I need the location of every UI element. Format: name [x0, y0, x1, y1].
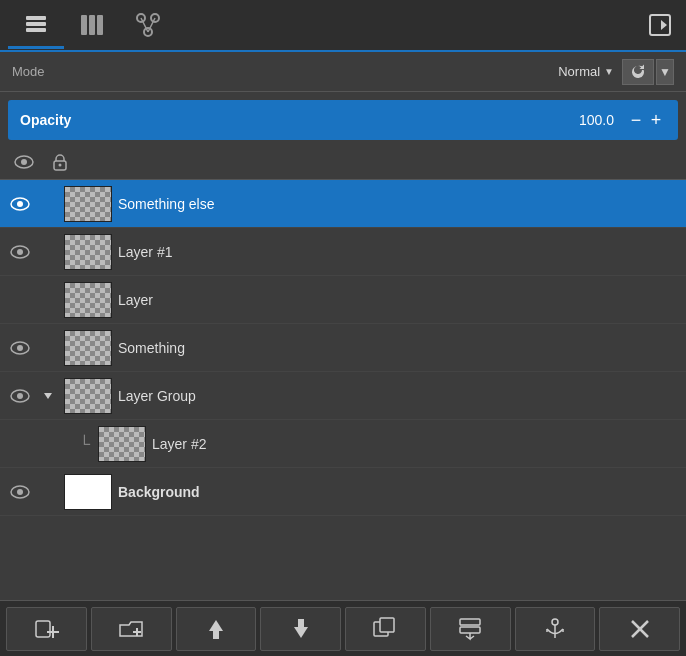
- layer-eye-something[interactable]: [8, 341, 32, 355]
- tab-paths[interactable]: [120, 1, 176, 49]
- layer-item-background[interactable]: Background: [0, 468, 686, 516]
- layer-name-layer: Layer: [118, 292, 678, 308]
- layers-list: Something else Layer #1 Layer: [0, 180, 686, 600]
- refresh-button[interactable]: [622, 59, 654, 85]
- svg-marker-37: [294, 627, 308, 638]
- svg-rect-39: [380, 618, 394, 632]
- corner-button[interactable]: [642, 7, 678, 43]
- svg-point-18: [17, 201, 23, 207]
- global-eye-icon[interactable]: [12, 155, 36, 169]
- global-lock-icon[interactable]: [48, 153, 72, 171]
- svg-rect-3: [81, 15, 87, 35]
- expand-layer-group[interactable]: [38, 390, 58, 402]
- svg-point-28: [17, 489, 23, 495]
- layer-thumb-layer1: [64, 234, 112, 270]
- layer-eye-layer1[interactable]: [8, 245, 32, 259]
- layer-item-layer1[interactable]: Layer #1: [0, 228, 686, 276]
- duplicate-button[interactable]: [345, 607, 426, 651]
- layers-panel: Mode Normal ▼ ▼ Opacity 100.0 − +: [0, 0, 686, 656]
- move-up-button[interactable]: [176, 607, 257, 651]
- merge-button[interactable]: [430, 607, 511, 651]
- layer-name-layer2: Layer #2: [152, 436, 678, 452]
- layer-item-layer[interactable]: Layer: [0, 276, 686, 324]
- mode-extra-button[interactable]: ▼: [656, 59, 674, 85]
- layer-name-background: Background: [118, 484, 678, 500]
- svg-marker-25: [44, 393, 52, 399]
- svg-point-20: [17, 249, 23, 255]
- delete-button[interactable]: [599, 607, 680, 651]
- svg-marker-34: [209, 620, 223, 631]
- top-toolbar: [0, 0, 686, 52]
- svg-point-14: [21, 159, 27, 165]
- tab-layers[interactable]: [8, 1, 64, 49]
- mode-select[interactable]: Normal ▼: [558, 64, 614, 79]
- new-layer-button[interactable]: [6, 607, 87, 651]
- svg-rect-35: [213, 631, 219, 639]
- opacity-minus-button[interactable]: −: [626, 110, 646, 131]
- svg-point-42: [552, 619, 558, 625]
- layer-item-something-else[interactable]: Something else: [0, 180, 686, 228]
- svg-point-16: [59, 163, 62, 166]
- layer-item-layer2[interactable]: Layer #2: [0, 420, 686, 468]
- move-down-button[interactable]: [260, 607, 341, 651]
- svg-point-22: [17, 345, 23, 351]
- layer-thumb-something: [64, 330, 112, 366]
- layer-eye-background[interactable]: [8, 485, 32, 499]
- layer-item-layer-group[interactable]: Layer Group: [0, 372, 686, 420]
- svg-rect-2: [26, 28, 46, 32]
- mode-value: Normal: [558, 64, 600, 79]
- svg-rect-36: [298, 619, 304, 627]
- svg-rect-40: [460, 619, 480, 625]
- svg-point-24: [17, 393, 23, 399]
- svg-rect-0: [26, 16, 46, 20]
- opacity-row: Opacity 100.0 − +: [8, 100, 678, 140]
- opacity-label: Opacity: [20, 112, 71, 128]
- opacity-value: 100.0: [579, 112, 614, 128]
- layer-name-something: Something: [118, 340, 678, 356]
- anchor-button[interactable]: [515, 607, 596, 651]
- svg-rect-29: [36, 621, 50, 637]
- new-group-button[interactable]: [91, 607, 172, 651]
- tab-channels[interactable]: [64, 1, 120, 49]
- mode-dropdown-arrow[interactable]: ▼: [604, 66, 614, 77]
- layer-name-layer1: Layer #1: [118, 244, 678, 260]
- svg-rect-41: [460, 627, 480, 633]
- bottom-toolbar: [0, 600, 686, 656]
- mode-refresh-group: ▼: [622, 59, 674, 85]
- layer-eye-something-else[interactable]: [8, 197, 32, 211]
- svg-rect-5: [97, 15, 103, 35]
- layer-thumb-background: [64, 474, 112, 510]
- layer-thumb-something-else: [64, 186, 112, 222]
- mode-label: Mode: [12, 64, 45, 79]
- layer-thumb-layer-group: [64, 378, 112, 414]
- svg-rect-1: [26, 22, 46, 26]
- layer-name-layer-group: Layer Group: [118, 388, 678, 404]
- layer-thumb-layer2: [98, 426, 146, 462]
- mode-row: Mode Normal ▼ ▼: [0, 52, 686, 92]
- svg-rect-4: [89, 15, 95, 35]
- visibility-controls-row: [0, 144, 686, 180]
- layer-name-something-else: Something else: [118, 196, 678, 212]
- layer-item-something[interactable]: Something: [0, 324, 686, 372]
- layer-thumb-layer: [64, 282, 112, 318]
- opacity-plus-button[interactable]: +: [646, 110, 666, 131]
- indent-marker: [64, 435, 92, 453]
- layer-eye-layer-group[interactable]: [8, 389, 32, 403]
- svg-marker-12: [661, 20, 667, 30]
